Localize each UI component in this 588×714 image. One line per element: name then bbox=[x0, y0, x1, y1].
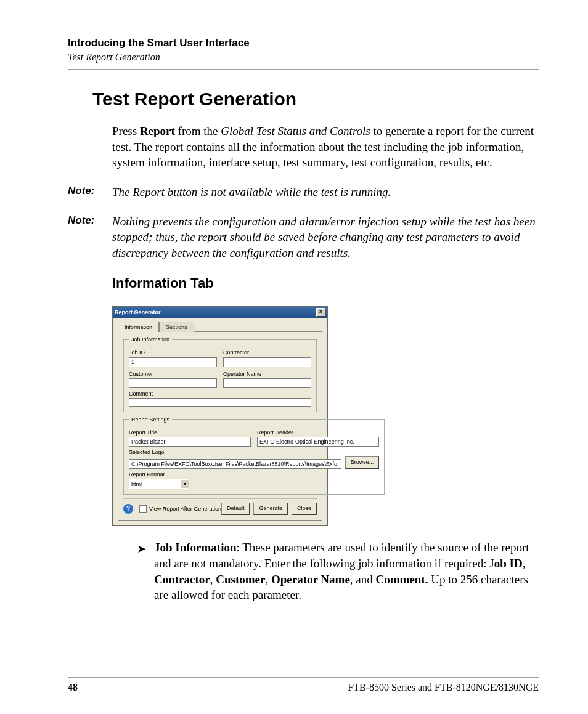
input-report-header[interactable]: EXFO Electro-Optical Engineering Inc. bbox=[257, 437, 379, 447]
select-value: html bbox=[131, 481, 142, 488]
note-text: Nothing prevents the configuration and a… bbox=[112, 214, 539, 261]
input-operator-name[interactable] bbox=[223, 378, 311, 388]
intro-paragraph: Press Report from the Global Test Status… bbox=[112, 123, 539, 171]
chevron-down-icon[interactable]: ▾ bbox=[181, 480, 189, 488]
label-report-header: Report Header bbox=[257, 429, 379, 436]
note-label: Note: bbox=[68, 214, 112, 261]
label-report-format: Report Format bbox=[129, 471, 379, 478]
label-customer: Customer bbox=[129, 370, 217, 378]
text-bold: Job Information bbox=[154, 541, 237, 554]
main-heading: Test Report Generation bbox=[92, 89, 539, 110]
help-icon[interactable]: ? bbox=[123, 504, 133, 514]
report-generator-dialog: Report Generator × Information Sections … bbox=[112, 306, 328, 526]
footer-product: FTB-8500 Series and FTB-8120NGE/8130NGE bbox=[348, 682, 539, 693]
browse-button[interactable]: Browse... bbox=[345, 456, 380, 469]
label-selected-logo: Selected Logo bbox=[129, 448, 379, 456]
tab-information[interactable]: Information bbox=[118, 322, 159, 332]
generate-button[interactable]: Generate bbox=[253, 503, 288, 515]
text-bold: Report bbox=[140, 124, 175, 137]
input-customer[interactable] bbox=[129, 378, 217, 388]
group-report-settings: Report Settings bbox=[129, 416, 172, 423]
text-bold: Operator Name bbox=[271, 573, 350, 586]
text: from the bbox=[175, 124, 221, 137]
text-bold: ob ID bbox=[494, 557, 523, 570]
group-job-information: Job Information bbox=[129, 336, 172, 343]
page-number: 48 bbox=[68, 682, 78, 693]
checkbox-view-after[interactable] bbox=[139, 505, 147, 513]
label-contractor: Contractor bbox=[223, 349, 311, 356]
default-button[interactable]: Default bbox=[221, 503, 250, 515]
header-divider bbox=[68, 69, 539, 70]
text-bold: Comment. bbox=[376, 573, 428, 586]
text: , bbox=[265, 573, 271, 586]
text: , bbox=[523, 557, 526, 570]
close-icon[interactable]: × bbox=[316, 308, 325, 317]
text: Press bbox=[112, 124, 140, 137]
input-report-title[interactable]: Packet Blazer bbox=[129, 437, 251, 447]
breadcrumb: Test Report Generation bbox=[68, 52, 539, 63]
text-bold: Contractor bbox=[154, 573, 210, 586]
tab-sections[interactable]: Sections bbox=[159, 322, 194, 332]
label-comment: Comment bbox=[129, 390, 311, 397]
input-selected-logo[interactable]: C:\Program Files\EXFO\ToolBox\User Files… bbox=[129, 459, 341, 469]
close-button[interactable]: Close bbox=[292, 503, 317, 515]
text: , and bbox=[350, 573, 376, 586]
sub-heading: Information Tab bbox=[112, 274, 539, 293]
input-comment[interactable] bbox=[129, 398, 311, 407]
text-italic: Global Test Status and Controls bbox=[221, 124, 370, 137]
label-operator-name: Operator Name bbox=[223, 370, 311, 378]
input-job-id[interactable]: 1 bbox=[129, 357, 217, 367]
text: , bbox=[210, 573, 216, 586]
text-bold: Customer bbox=[216, 573, 265, 586]
note-label: Note: bbox=[68, 184, 112, 200]
bullet-arrow-icon: ➤ bbox=[137, 540, 154, 603]
label-view-after: View Report After Generation bbox=[149, 505, 221, 513]
bullet-text: Job Information: These parameters are us… bbox=[154, 540, 539, 603]
chapter-title: Introducing the Smart User Interface bbox=[68, 37, 539, 49]
select-report-format[interactable]: html ▾ bbox=[129, 479, 189, 489]
label-report-title: Report Title bbox=[129, 429, 251, 436]
note-text: The Report button is not available while… bbox=[112, 184, 539, 200]
input-contractor[interactable] bbox=[223, 357, 311, 367]
label-job-id: Job ID bbox=[129, 349, 217, 356]
dialog-title: Report Generator bbox=[115, 309, 161, 316]
